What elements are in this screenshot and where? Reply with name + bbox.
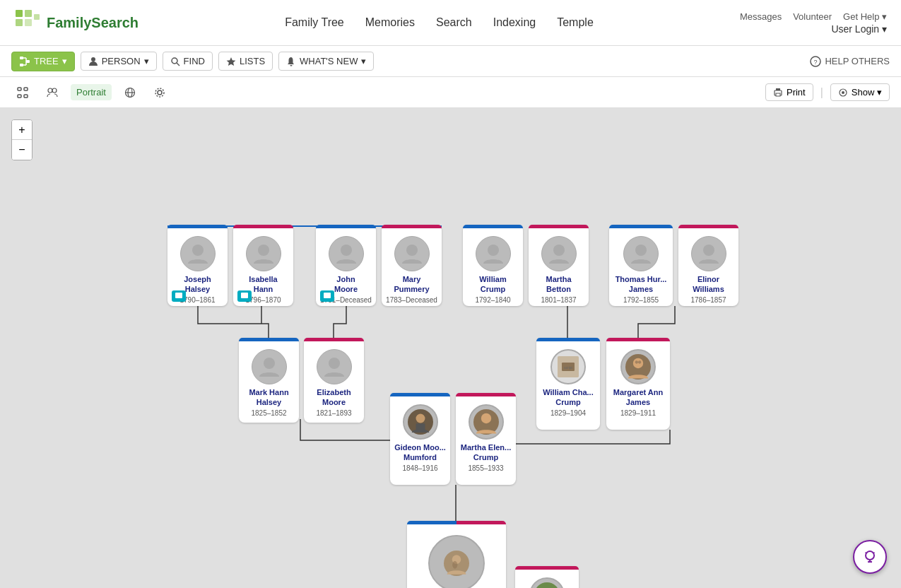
person-card-martha-crump[interactable]: Martha Elen...Crump 1855–1933 — [456, 393, 516, 485]
expand-icon — [17, 87, 28, 98]
svg-point-41 — [258, 245, 269, 256]
menu-memories[interactable]: Memories — [365, 16, 415, 29]
help-others-button[interactable]: ? HELP OTHERS — [810, 56, 890, 67]
person-card-isabella-hann[interactable]: IsabellaHann 1796–1870 — [233, 225, 293, 306]
svg-point-50 — [488, 245, 499, 256]
hints-button[interactable] — [853, 540, 887, 574]
svg-rect-2 — [16, 19, 23, 26]
volunteer-link[interactable]: Volunteer — [793, 11, 832, 22]
avatar-isabella-hann — [246, 236, 281, 271]
svg-point-13 — [172, 58, 177, 64]
show-button[interactable]: Show ▾ — [830, 83, 890, 101]
person-name: Martha Elen...Crump — [460, 442, 512, 463]
get-help-link[interactable]: Get Help ▾ — [843, 11, 887, 22]
svg-point-60 — [633, 358, 643, 368]
person-card-martha-betton[interactable]: MarthaBetton 1801–1837 — [529, 225, 589, 306]
person-name: Thomas Hur...James — [613, 274, 669, 295]
gender-bar — [515, 566, 579, 570]
person-card-catherine-neff[interactable]: Catherine B...Neff 1885–1972 — [515, 566, 579, 588]
person-card-elizabeth-moore[interactable]: ElizabethMoore 1821–1893 — [304, 338, 364, 423]
settings-view-button[interactable] — [148, 84, 171, 101]
person-name: William Cha...Crump — [541, 387, 596, 408]
avatar-victor-mumford — [428, 535, 485, 588]
svg-point-54 — [264, 358, 275, 369]
svg-line-82 — [873, 553, 875, 554]
person-card-thomas-james[interactable]: Thomas Hur...James 1792–1855 — [609, 225, 673, 306]
whats-new-dropdown-arrow: ▾ — [361, 56, 366, 66]
person-card-william-crump[interactable]: WilliamCrump 1792–1840 — [463, 225, 523, 306]
person-card-william-crump2[interactable]: script William Cha...Crump 1829–1904 — [536, 338, 600, 430]
tree-button[interactable]: TREE ▾ — [11, 52, 75, 71]
whats-new-button[interactable]: WHAT'S NEW ▾ — [278, 52, 374, 71]
avatar-elizabeth-moore — [317, 349, 352, 384]
gender-bar — [536, 338, 600, 341]
person-name: Mark HannHalsey — [243, 387, 295, 408]
person-dates: 1829–1911 — [611, 409, 666, 417]
svg-rect-32 — [776, 93, 780, 96]
person-card-joseph-halsey[interactable]: JosephHalsey 1790–1861 — [167, 225, 228, 306]
avatar-gideon-mumford — [403, 404, 438, 440]
person-card-margaret-james[interactable]: Margaret AnnJames 1829–1911 — [606, 338, 670, 430]
toolbar-right: Print | Show ▾ — [765, 83, 890, 101]
gender-bar — [239, 338, 299, 341]
logo[interactable]: FamilySearch — [14, 8, 139, 37]
logo-text: FamilySearch — [47, 15, 139, 31]
svg-rect-65 — [416, 423, 425, 433]
messages-link[interactable]: Messages — [740, 11, 782, 22]
avatar-joseph-halsey — [180, 236, 216, 271]
gender-bar — [609, 225, 673, 228]
zoom-out-button[interactable]: − — [12, 140, 32, 160]
person-name: ElinorWilliams — [683, 274, 734, 295]
print-icon — [773, 88, 783, 98]
tree-dropdown-arrow: ▾ — [62, 56, 67, 66]
svg-point-51 — [553, 245, 565, 256]
expand-view-button[interactable] — [11, 84, 34, 101]
person-card-victor-mumford[interactable]: Victor EmanuelMumford 1885–1973 — [407, 521, 506, 588]
portrait-view-button[interactable]: Portrait — [71, 84, 112, 100]
avatar-william-crump — [476, 236, 511, 271]
gender-bar — [233, 225, 293, 228]
person-card-gideon-mumford[interactable]: Gideon Moo...Mumford 1848–1916 — [390, 393, 450, 485]
avatar-catherine-neff — [529, 577, 565, 588]
svg-line-36 — [198, 306, 261, 324]
menu-search[interactable]: Search — [436, 16, 472, 29]
find-button-label: FIND — [184, 56, 205, 66]
svg-point-52 — [635, 245, 647, 256]
svg-point-62 — [638, 360, 641, 363]
zoom-in-button[interactable]: + — [12, 120, 32, 140]
print-button[interactable]: Print — [765, 83, 813, 101]
tree-connectors — [0, 108, 901, 588]
family-tree-canvas: + − JosephHalsey 1790–1861 — [0, 108, 901, 588]
gender-bar — [463, 225, 523, 228]
find-button[interactable]: FIND — [163, 52, 213, 71]
person-card-john-moore[interactable]: JohnMoore 1781–Deceased — [316, 225, 376, 306]
top-right-links: Messages Volunteer Get Help ▾ — [740, 11, 887, 22]
svg-rect-16 — [290, 65, 293, 66]
person-name: MaryPummery — [386, 274, 437, 295]
hint-badge — [237, 290, 252, 302]
globe-view-button[interactable] — [119, 84, 141, 101]
menu-family-tree[interactable]: Family Tree — [285, 16, 344, 29]
gender-bar — [390, 393, 450, 396]
top-right-area: Messages Volunteer Get Help ▾ User Login… — [740, 11, 887, 35]
hint-badge — [320, 290, 334, 302]
person-dates: 1792–1840 — [467, 296, 519, 304]
avatar-mark-halsey — [252, 349, 287, 384]
menu-temple[interactable]: Temple — [557, 16, 594, 29]
avatar-martha-betton — [541, 236, 577, 271]
couple-view-button[interactable] — [41, 84, 64, 101]
menu-indexing[interactable]: Indexing — [493, 16, 536, 29]
user-login[interactable]: User Login ▾ — [831, 23, 887, 35]
person-card-mark-halsey[interactable]: Mark HannHalsey 1825–1852 — [239, 338, 299, 423]
person-dropdown-arrow: ▾ — [144, 56, 149, 66]
show-icon — [838, 88, 848, 98]
person-card-mary-pummery[interactable]: MaryPummery 1783–Deceased — [382, 225, 442, 306]
person-button[interactable]: PERSON ▾ — [81, 52, 157, 71]
svg-rect-38 — [175, 293, 182, 298]
svg-point-49 — [406, 245, 418, 256]
lists-button[interactable]: LISTS — [218, 52, 273, 71]
svg-marker-15 — [227, 57, 236, 66]
person-card-elinor-williams[interactable]: ElinorWilliams 1786–1857 — [678, 225, 738, 306]
logo-icon — [14, 8, 42, 37]
svg-rect-20 — [18, 95, 21, 98]
